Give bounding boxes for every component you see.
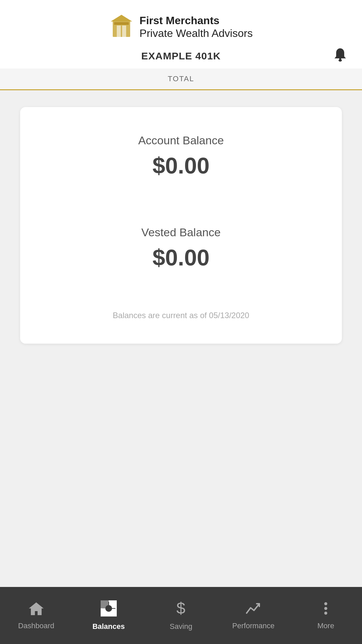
balance-divider xyxy=(40,205,322,206)
svg-rect-3 xyxy=(122,26,126,37)
nav-item-saving[interactable]: $ Saving xyxy=(145,587,217,644)
home-icon xyxy=(28,601,44,618)
account-balance-value: $0.00 xyxy=(138,152,224,179)
balance-card: Account Balance $0.00 Vested Balance $0.… xyxy=(20,107,342,344)
account-balance-label: Account Balance xyxy=(138,134,224,147)
logo-line2: Private Wealth Advisors xyxy=(140,27,253,40)
notification-bell-button[interactable] xyxy=(332,47,349,65)
logo-line1: First Merchants xyxy=(140,14,253,27)
logo-text: First Merchants Private Wealth Advisors xyxy=(140,14,253,40)
account-balance-section: Account Balance $0.00 xyxy=(138,134,224,179)
total-tab-label: TOTAL xyxy=(168,75,194,83)
vested-balance-label: Vested Balance xyxy=(141,226,220,239)
trend-icon xyxy=(245,601,261,618)
nav-item-more[interactable]: More xyxy=(290,587,362,644)
vested-balance-value: $0.00 xyxy=(141,244,220,270)
svg-marker-7 xyxy=(29,602,44,615)
svg-text:$: $ xyxy=(176,600,186,616)
dollar-icon: $ xyxy=(173,600,188,619)
nav-item-dashboard[interactable]: Dashboard xyxy=(0,587,72,644)
svg-marker-1 xyxy=(111,15,132,21)
logo-icon xyxy=(109,13,134,40)
app-header: First Merchants Private Wealth Advisors … xyxy=(0,0,362,68)
total-tab[interactable]: TOTAL xyxy=(0,68,362,90)
svg-point-15 xyxy=(324,607,327,610)
svg-point-16 xyxy=(324,611,327,614)
more-dots-icon xyxy=(318,601,334,618)
svg-rect-4 xyxy=(114,22,129,25)
nav-item-performance[interactable]: Performance xyxy=(217,587,290,644)
nav-label-performance: Performance xyxy=(232,622,274,630)
bottom-navigation: Dashboard Balances $ Saving xyxy=(0,587,362,644)
nav-label-balances: Balances xyxy=(92,622,125,631)
svg-point-6 xyxy=(339,59,342,62)
account-name: EXAMPLE 401K xyxy=(141,50,221,62)
main-content: Account Balance $0.00 Vested Balance $0.… xyxy=(0,90,362,587)
nav-label-saving: Saving xyxy=(170,622,192,631)
balance-note: Balances are current as of 05/13/2020 xyxy=(113,311,249,320)
logo-area: First Merchants Private Wealth Advisors xyxy=(109,7,253,44)
nav-item-balances[interactable]: Balances xyxy=(72,587,145,644)
account-row: EXAMPLE 401K xyxy=(13,44,349,68)
svg-point-14 xyxy=(324,602,327,605)
nav-label-dashboard: Dashboard xyxy=(18,622,54,630)
vested-balance-section: Vested Balance $0.00 xyxy=(141,226,220,270)
bell-icon xyxy=(332,47,349,64)
nav-label-more: More xyxy=(317,622,334,630)
svg-rect-2 xyxy=(117,26,121,37)
pie-chart-icon xyxy=(101,600,117,619)
